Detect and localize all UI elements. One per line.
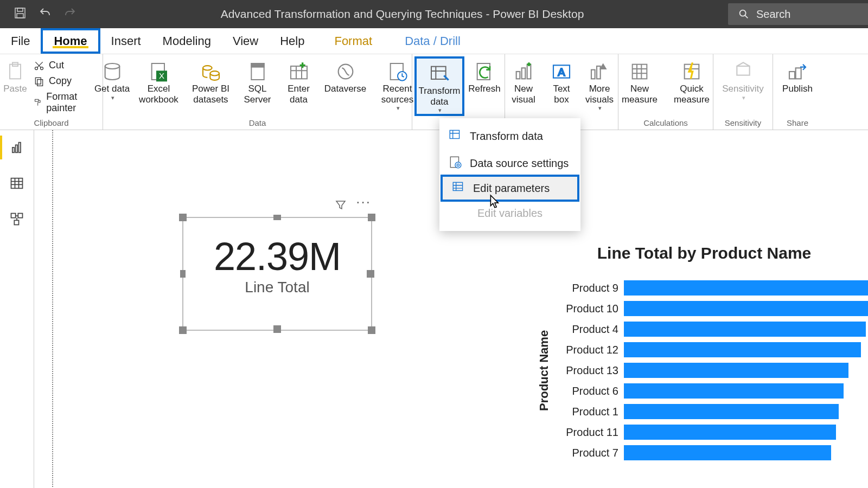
sql-server-button[interactable]: SQL Server bbox=[238, 56, 277, 105]
dataverse-icon bbox=[334, 60, 358, 84]
tab-view[interactable]: View bbox=[222, 28, 269, 54]
view-rail bbox=[0, 130, 34, 488]
transform-data-dropdown: Transform data Data source settings Edit… bbox=[439, 118, 580, 231]
bar-label: Product 12 bbox=[553, 344, 624, 356]
tab-modeling[interactable]: Modeling bbox=[152, 28, 222, 54]
svg-point-16 bbox=[210, 71, 219, 75]
paste-button[interactable]: Paste bbox=[3, 56, 27, 94]
page-edge bbox=[52, 130, 53, 488]
bar-label: Product 6 bbox=[553, 385, 624, 397]
ribbon-tabs: File Home Insert Modeling View Help Form… bbox=[0, 28, 868, 54]
model-view-button[interactable] bbox=[7, 209, 27, 229]
enter-data-icon bbox=[287, 60, 311, 84]
new-measure-button[interactable]: New measure bbox=[615, 56, 665, 105]
svg-rect-22 bbox=[431, 67, 446, 79]
window-title: Advanced Transformation and Querying Tec… bbox=[76, 8, 728, 21]
card-label: Line Total bbox=[183, 279, 371, 296]
bar[interactable] bbox=[624, 383, 844, 399]
dataverse-button[interactable]: Dataverse bbox=[321, 56, 371, 94]
format-painter-button[interactable]: Format painter bbox=[34, 91, 95, 114]
menu-edit-parameters[interactable]: Edit parameters bbox=[441, 175, 579, 202]
transform-data-button[interactable]: Transform data▾ bbox=[414, 56, 464, 116]
bar[interactable] bbox=[624, 301, 868, 316]
more-visuals-icon bbox=[588, 60, 611, 84]
redo-icon[interactable] bbox=[63, 7, 76, 22]
bar-label: Product 11 bbox=[553, 426, 624, 439]
pbi-datasets-button[interactable]: Power BI datasets bbox=[186, 56, 236, 105]
group-clipboard-label: Clipboard bbox=[34, 118, 68, 129]
report-view-button[interactable] bbox=[7, 138, 27, 157]
tab-insert[interactable]: Insert bbox=[100, 28, 152, 54]
new-visual-button[interactable]: New visual bbox=[504, 56, 543, 105]
svg-rect-1 bbox=[17, 8, 23, 11]
chart-icon bbox=[512, 60, 535, 84]
more-visuals-button[interactable]: More visuals▾ bbox=[580, 56, 619, 112]
svg-rect-40 bbox=[11, 214, 16, 218]
svg-point-3 bbox=[740, 10, 746, 16]
text-box-button[interactable]: AText box bbox=[545, 56, 578, 105]
menu-edit-variables: Edit variables bbox=[439, 200, 580, 227]
svg-rect-35 bbox=[796, 68, 801, 79]
sensitivity-button[interactable]: Sensitivity▾ bbox=[718, 56, 768, 101]
svg-point-11 bbox=[105, 63, 119, 69]
data-view-button[interactable] bbox=[7, 174, 27, 193]
quick-measure-button[interactable]: Quick measure bbox=[667, 56, 717, 105]
tab-help[interactable]: Help bbox=[269, 28, 315, 54]
more-options-icon[interactable]: ··· bbox=[356, 198, 371, 214]
excel-icon: X bbox=[147, 60, 171, 84]
sensitivity-icon bbox=[731, 60, 755, 84]
bar[interactable] bbox=[624, 280, 868, 296]
save-icon[interactable] bbox=[14, 7, 27, 22]
cut-button[interactable]: Cut bbox=[34, 60, 95, 71]
svg-rect-38 bbox=[19, 143, 21, 153]
datasets-icon bbox=[199, 60, 223, 84]
group-calc-label: Calculations bbox=[643, 118, 688, 129]
bar-chart-visual[interactable]: Line Total by Product Name Product Name … bbox=[535, 244, 868, 463]
svg-rect-26 bbox=[527, 65, 531, 79]
undo-icon[interactable] bbox=[39, 7, 52, 22]
group-data-label: Data bbox=[249, 118, 266, 129]
bar[interactable] bbox=[624, 425, 836, 440]
bar-label: Product 13 bbox=[553, 364, 624, 377]
bar[interactable] bbox=[624, 363, 848, 378]
bar-label: Product 1 bbox=[553, 406, 624, 418]
svg-rect-24 bbox=[516, 72, 520, 79]
tab-home[interactable]: Home bbox=[41, 28, 100, 54]
search-input[interactable]: Search bbox=[728, 3, 868, 25]
bar[interactable] bbox=[624, 342, 861, 357]
menu-transform-data[interactable]: Transform data bbox=[439, 123, 580, 150]
tab-format[interactable]: Format bbox=[315, 28, 383, 54]
transform-icon bbox=[448, 128, 462, 145]
bar-label: Product 7 bbox=[553, 447, 624, 459]
group-sensitivity-label: Sensitivity bbox=[725, 118, 762, 129]
bar-row: Product 11 bbox=[553, 422, 868, 442]
refresh-button[interactable]: Refresh bbox=[467, 56, 502, 94]
copy-button[interactable]: Copy bbox=[34, 75, 95, 87]
get-data-button[interactable]: Get data▾ bbox=[93, 56, 132, 101]
card-visual[interactable]: ··· 22.39M Line Total bbox=[182, 217, 372, 331]
svg-text:A: A bbox=[558, 66, 565, 78]
svg-rect-8 bbox=[35, 78, 41, 84]
bar[interactable] bbox=[624, 404, 839, 419]
enter-data-button[interactable]: Enter data bbox=[279, 56, 318, 105]
svg-rect-43 bbox=[450, 130, 459, 138]
bar-row: Product 9 bbox=[553, 278, 868, 298]
recent-icon bbox=[386, 60, 410, 84]
bar[interactable] bbox=[624, 445, 831, 460]
svg-rect-37 bbox=[16, 145, 18, 152]
svg-rect-33 bbox=[737, 66, 749, 75]
svg-rect-41 bbox=[18, 214, 22, 218]
excel-button[interactable]: XExcel workbook bbox=[134, 56, 184, 105]
tab-file[interactable]: File bbox=[0, 28, 41, 54]
publish-icon bbox=[786, 60, 809, 84]
search-icon bbox=[738, 8, 750, 20]
tab-data-drill[interactable]: Data / Drill bbox=[383, 28, 471, 54]
publish-button[interactable]: Publish bbox=[778, 56, 817, 94]
svg-rect-36 bbox=[12, 147, 14, 152]
bar[interactable] bbox=[624, 322, 866, 337]
menu-data-source-settings[interactable]: Data source settings bbox=[439, 150, 580, 177]
svg-rect-42 bbox=[14, 220, 18, 224]
filter-icon[interactable] bbox=[334, 198, 347, 214]
sql-icon bbox=[246, 60, 270, 84]
chart-title: Line Total by Product Name bbox=[535, 244, 868, 262]
